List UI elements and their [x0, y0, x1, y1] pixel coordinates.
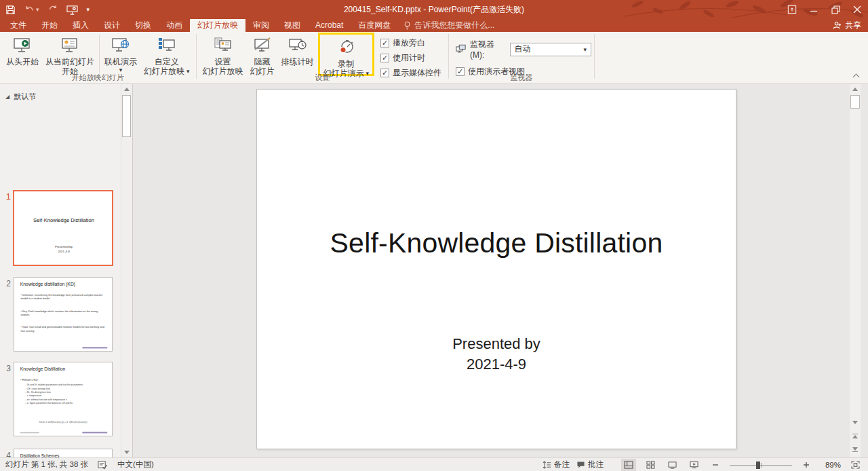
footer-text	[20, 432, 39, 434]
slide-thumbnail-3[interactable]: Knowledge Distillation Hinton's KD θs an…	[14, 362, 113, 436]
thumbnail-scrollbar[interactable]	[121, 84, 131, 457]
section-collapse-icon[interactable]: ◢	[5, 94, 9, 100]
scroll-up-icon[interactable]	[850, 84, 861, 94]
tab-design[interactable]: 设计	[96, 19, 127, 32]
window-controls	[781, 0, 868, 19]
start-slideshow-icon[interactable]	[66, 5, 78, 15]
share-button[interactable]: 共享	[833, 19, 861, 32]
undo-caret-icon[interactable]: ▾	[36, 6, 39, 13]
rehearse-timings-icon	[288, 35, 308, 57]
slide-subtitle[interactable]: Presented by 2021-4-9	[257, 334, 736, 375]
slide-number: 3	[1, 364, 11, 373]
previous-slide-icon[interactable]	[850, 431, 861, 441]
tab-baidu-netdisk[interactable]: 百度网盘	[351, 19, 398, 32]
powerpoint-window: ▾ ▾ 200415_Self-KD.pptx - PowerPoint(产品激…	[0, 0, 868, 471]
tab-animations[interactable]: 动画	[159, 19, 190, 32]
notes-button[interactable]: 备注	[542, 459, 570, 470]
record-slideshow-highlight: 录制 幻灯片演示 ▾	[318, 33, 375, 76]
share-person-icon	[833, 21, 842, 30]
save-icon[interactable]	[5, 5, 16, 15]
slide-thumbnail-panel: ◢ 默认节 1 Self-Knowledge Distillation Pres…	[0, 84, 133, 457]
slide-thumbnail-4[interactable]: Distillation Schemes Offline KD a pre-tr…	[14, 449, 113, 457]
rehearse-timings-button[interactable]: 排练计时	[278, 33, 317, 67]
section-header[interactable]: ◢ 默认节	[5, 92, 36, 102]
slide-counter[interactable]: 幻灯片 第 1 张, 共 38 张	[5, 459, 88, 470]
workspace: ◢ 默认节 1 Self-Knowledge Distillation Pres…	[0, 84, 868, 457]
scroll-down-icon[interactable]	[850, 417, 861, 428]
footer-link	[82, 347, 107, 348]
setup-slideshow-icon	[213, 35, 233, 57]
undo-icon[interactable]	[24, 5, 35, 14]
tab-view[interactable]: 视图	[277, 19, 308, 32]
from-current-slide-icon	[60, 35, 80, 57]
section-name: 默认节	[14, 92, 36, 102]
slide-thumbnail-2[interactable]: Knowledge distillation (KD) Definition: …	[14, 277, 113, 352]
custom-slideshow-button[interactable]: 自定义 幻灯片放映 ▾	[140, 33, 193, 76]
redo-icon[interactable]	[48, 5, 58, 14]
ribbon-display-options-icon[interactable]	[781, 0, 803, 19]
proofing-icon[interactable]	[98, 460, 108, 470]
comments-button[interactable]: 批注	[576, 459, 604, 470]
group-label-monitors: 监视器	[450, 73, 593, 83]
record-slideshow-icon	[336, 37, 356, 59]
slide-number: 4	[1, 451, 11, 457]
zoom-slider-thumb[interactable]	[756, 461, 760, 469]
tab-home[interactable]: 开始	[34, 19, 65, 32]
next-slide-icon[interactable]	[850, 445, 861, 455]
slide-number: 2	[1, 279, 11, 288]
monitor-dropdown[interactable]: 自动 ▾	[510, 43, 592, 56]
close-icon[interactable]	[846, 0, 868, 19]
zoom-out-button[interactable]	[708, 459, 723, 471]
checkbox-checked-icon: ✓	[380, 54, 389, 62]
setup-slideshow-button[interactable]: 设置 幻灯片放映	[199, 33, 247, 76]
fit-to-window-icon[interactable]	[848, 459, 863, 471]
tab-review[interactable]: 审阅	[245, 19, 277, 32]
tab-acrobat[interactable]: Acrobat	[308, 19, 351, 32]
comments-icon	[576, 461, 585, 469]
zoom-level[interactable]: 89%	[821, 461, 841, 469]
title-bar: ▾ ▾ 200415_Self-KD.pptx - PowerPoint(产品激…	[0, 0, 868, 19]
main-scrollbar[interactable]	[850, 84, 861, 457]
scroll-up-icon[interactable]	[121, 84, 132, 94]
group-label-setup: 设置	[198, 73, 448, 83]
tab-insert[interactable]: 插入	[65, 19, 96, 32]
present-online-button[interactable]: 联机演示 ▾	[101, 33, 140, 73]
scrollbar-thumb[interactable]	[122, 95, 131, 137]
zoom-in-button[interactable]	[799, 459, 814, 471]
restore-icon[interactable]	[825, 0, 846, 19]
present-online-icon	[111, 35, 131, 57]
group-label-start: 开始放映幻灯片	[1, 73, 195, 83]
group-separator	[448, 34, 449, 79]
tab-file[interactable]: 文件	[3, 19, 34, 32]
checkbox-checked-icon: ✓	[380, 39, 389, 48]
slide-title[interactable]: Self-Knowledge Distillation	[257, 227, 736, 259]
tab-slideshow[interactable]: 幻灯片放映	[190, 19, 245, 32]
main-slide[interactable]: Self-Knowledge Distillation Presented by…	[256, 89, 736, 449]
normal-view-button[interactable]	[621, 459, 636, 471]
slide-thumbnail-1[interactable]: Self-Knowledge Distillation Presented by…	[13, 190, 113, 266]
notes-icon	[542, 461, 551, 469]
ribbon: 从头开始 从当前幻灯片 开始 联机演示 ▾ 自定	[0, 32, 868, 84]
scrollbar-thumb[interactable]	[850, 95, 860, 109]
tab-transitions[interactable]: 切换	[127, 19, 159, 32]
tell-me-box[interactable]: 告诉我您想要做什么...	[403, 19, 494, 32]
zoom-slider[interactable]	[730, 459, 792, 471]
slideshow-view-button[interactable]	[686, 459, 701, 471]
use-timings-checkbox[interactable]: ✓ 使用计时	[380, 52, 441, 64]
reading-view-button[interactable]	[665, 459, 679, 471]
from-current-slide-button[interactable]: 从当前幻灯片 开始	[42, 33, 98, 76]
monitor-icon	[456, 44, 467, 54]
slide-sorter-view-button[interactable]	[643, 459, 658, 471]
lightbulb-icon	[403, 21, 411, 30]
from-beginning-icon	[12, 35, 33, 57]
record-slideshow-button[interactable]: 录制 幻灯片演示 ▾	[320, 35, 373, 78]
hide-slide-button[interactable]: 隐藏 幻灯片	[247, 33, 278, 76]
language-indicator[interactable]: 中文(中国)	[117, 459, 154, 470]
qat-customize-icon[interactable]: ▾	[87, 6, 90, 13]
play-narrations-checkbox[interactable]: ✓ 播放旁白	[380, 37, 441, 49]
from-beginning-button[interactable]: 从头开始	[3, 33, 42, 67]
scroll-down-icon[interactable]	[121, 447, 132, 457]
hide-slide-icon	[252, 35, 273, 57]
collapse-ribbon-icon[interactable]	[854, 75, 860, 79]
minimize-icon[interactable]	[803, 0, 825, 19]
